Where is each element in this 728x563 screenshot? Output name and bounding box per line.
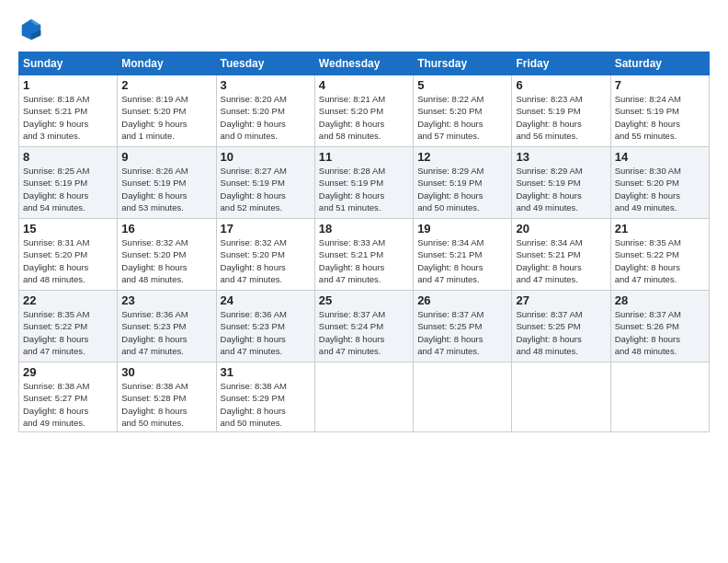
day-info: Sunrise: 8:36 AM Sunset: 5:23 PM Dayligh… <box>221 308 311 357</box>
day-number: 7 <box>615 78 705 92</box>
day-cell: 3Sunrise: 8:20 AM Sunset: 5:20 PM Daylig… <box>216 75 314 147</box>
day-info: Sunrise: 8:37 AM Sunset: 5:24 PM Dayligh… <box>319 308 409 357</box>
day-info: Sunrise: 8:35 AM Sunset: 5:22 PM Dayligh… <box>23 308 113 357</box>
weekday-tuesday: Tuesday <box>216 52 314 75</box>
day-cell <box>314 362 413 432</box>
day-cell: 22Sunrise: 8:35 AM Sunset: 5:22 PM Dayli… <box>19 291 118 362</box>
day-info: Sunrise: 8:32 AM Sunset: 5:20 PM Dayligh… <box>221 236 311 285</box>
day-cell: 18Sunrise: 8:33 AM Sunset: 5:21 PM Dayli… <box>314 219 413 291</box>
day-cell: 29Sunrise: 8:38 AM Sunset: 5:27 PM Dayli… <box>19 362 118 432</box>
day-info: Sunrise: 8:37 AM Sunset: 5:25 PM Dayligh… <box>417 308 507 357</box>
day-number: 25 <box>319 293 409 307</box>
logo-icon <box>18 17 44 42</box>
day-number: 20 <box>516 222 606 236</box>
day-info: Sunrise: 8:25 AM Sunset: 5:19 PM Dayligh… <box>23 165 113 213</box>
day-info: Sunrise: 8:31 AM Sunset: 5:20 PM Dayligh… <box>23 236 113 285</box>
day-number: 2 <box>121 78 211 92</box>
weekday-monday: Monday <box>118 52 216 75</box>
day-cell: 11Sunrise: 8:28 AM Sunset: 5:19 PM Dayli… <box>314 147 413 219</box>
day-number: 15 <box>23 222 113 236</box>
day-number: 5 <box>417 78 507 92</box>
day-cell <box>512 362 610 432</box>
day-cell: 10Sunrise: 8:27 AM Sunset: 5:19 PM Dayli… <box>216 147 314 219</box>
week-row-5: 29Sunrise: 8:38 AM Sunset: 5:27 PM Dayli… <box>19 362 710 432</box>
header <box>18 17 710 42</box>
day-cell: 25Sunrise: 8:37 AM Sunset: 5:24 PM Dayli… <box>314 291 413 362</box>
day-cell: 14Sunrise: 8:30 AM Sunset: 5:20 PM Dayli… <box>610 147 709 219</box>
week-row-3: 15Sunrise: 8:31 AM Sunset: 5:20 PM Dayli… <box>19 219 710 291</box>
day-cell: 19Sunrise: 8:34 AM Sunset: 5:21 PM Dayli… <box>414 219 512 291</box>
day-number: 28 <box>615 293 705 307</box>
page: SundayMondayTuesdayWednesdayThursdayFrid… <box>0 0 728 442</box>
day-cell: 8Sunrise: 8:25 AM Sunset: 5:19 PM Daylig… <box>19 147 118 219</box>
day-info: Sunrise: 8:32 AM Sunset: 5:20 PM Dayligh… <box>121 236 211 285</box>
day-cell: 13Sunrise: 8:29 AM Sunset: 5:19 PM Dayli… <box>512 147 610 219</box>
day-cell: 21Sunrise: 8:35 AM Sunset: 5:22 PM Dayli… <box>610 219 709 291</box>
day-number: 4 <box>319 78 409 92</box>
day-info: Sunrise: 8:34 AM Sunset: 5:21 PM Dayligh… <box>516 236 606 285</box>
week-row-2: 8Sunrise: 8:25 AM Sunset: 5:19 PM Daylig… <box>19 147 710 219</box>
day-number: 19 <box>417 222 507 236</box>
day-cell: 24Sunrise: 8:36 AM Sunset: 5:23 PM Dayli… <box>216 291 314 362</box>
day-cell: 27Sunrise: 8:37 AM Sunset: 5:25 PM Dayli… <box>512 291 610 362</box>
day-info: Sunrise: 8:38 AM Sunset: 5:29 PM Dayligh… <box>221 380 311 429</box>
day-number: 13 <box>516 150 606 164</box>
weekday-friday: Friday <box>512 52 610 75</box>
day-number: 14 <box>615 150 705 164</box>
day-number: 6 <box>516 78 606 92</box>
day-info: Sunrise: 8:22 AM Sunset: 5:20 PM Dayligh… <box>417 93 507 142</box>
day-cell: 12Sunrise: 8:29 AM Sunset: 5:19 PM Dayli… <box>414 147 512 219</box>
day-info: Sunrise: 8:33 AM Sunset: 5:21 PM Dayligh… <box>319 236 409 285</box>
day-cell: 1Sunrise: 8:18 AM Sunset: 5:21 PM Daylig… <box>19 75 118 147</box>
logo <box>18 17 48 42</box>
day-cell: 17Sunrise: 8:32 AM Sunset: 5:20 PM Dayli… <box>216 219 314 291</box>
day-cell: 15Sunrise: 8:31 AM Sunset: 5:20 PM Dayli… <box>19 219 118 291</box>
day-number: 29 <box>23 365 113 379</box>
weekday-saturday: Saturday <box>610 52 709 75</box>
day-number: 18 <box>319 222 409 236</box>
day-number: 3 <box>221 78 311 92</box>
day-cell: 31Sunrise: 8:38 AM Sunset: 5:29 PM Dayli… <box>216 362 314 432</box>
day-cell <box>414 362 512 432</box>
day-number: 27 <box>516 293 606 307</box>
day-info: Sunrise: 8:30 AM Sunset: 5:20 PM Dayligh… <box>615 165 705 213</box>
day-number: 26 <box>417 293 507 307</box>
day-number: 30 <box>121 365 211 379</box>
day-number: 31 <box>221 365 311 379</box>
day-cell: 16Sunrise: 8:32 AM Sunset: 5:20 PM Dayli… <box>118 219 216 291</box>
day-cell: 20Sunrise: 8:34 AM Sunset: 5:21 PM Dayli… <box>512 219 610 291</box>
day-info: Sunrise: 8:34 AM Sunset: 5:21 PM Dayligh… <box>417 236 507 285</box>
day-cell: 28Sunrise: 8:37 AM Sunset: 5:26 PM Dayli… <box>610 291 709 362</box>
day-cell: 5Sunrise: 8:22 AM Sunset: 5:20 PM Daylig… <box>414 75 512 147</box>
day-cell <box>610 362 709 432</box>
day-info: Sunrise: 8:37 AM Sunset: 5:26 PM Dayligh… <box>615 308 705 357</box>
weekday-thursday: Thursday <box>414 52 512 75</box>
day-cell: 2Sunrise: 8:19 AM Sunset: 5:20 PM Daylig… <box>118 75 216 147</box>
day-cell: 23Sunrise: 8:36 AM Sunset: 5:23 PM Dayli… <box>118 291 216 362</box>
weekday-header-row: SundayMondayTuesdayWednesdayThursdayFrid… <box>19 52 710 75</box>
week-row-1: 1Sunrise: 8:18 AM Sunset: 5:21 PM Daylig… <box>19 75 710 147</box>
day-info: Sunrise: 8:37 AM Sunset: 5:25 PM Dayligh… <box>516 308 606 357</box>
day-number: 24 <box>221 293 311 307</box>
day-info: Sunrise: 8:27 AM Sunset: 5:19 PM Dayligh… <box>221 165 311 213</box>
day-info: Sunrise: 8:35 AM Sunset: 5:22 PM Dayligh… <box>615 236 705 285</box>
day-number: 12 <box>417 150 507 164</box>
day-info: Sunrise: 8:38 AM Sunset: 5:27 PM Dayligh… <box>23 380 113 429</box>
day-number: 9 <box>121 150 211 164</box>
day-number: 11 <box>319 150 409 164</box>
day-info: Sunrise: 8:20 AM Sunset: 5:20 PM Dayligh… <box>221 93 311 142</box>
day-info: Sunrise: 8:28 AM Sunset: 5:19 PM Dayligh… <box>319 165 409 213</box>
day-number: 21 <box>615 222 705 236</box>
day-number: 22 <box>23 293 113 307</box>
day-info: Sunrise: 8:36 AM Sunset: 5:23 PM Dayligh… <box>121 308 211 357</box>
day-number: 16 <box>121 222 211 236</box>
day-info: Sunrise: 8:29 AM Sunset: 5:19 PM Dayligh… <box>417 165 507 213</box>
day-cell: 7Sunrise: 8:24 AM Sunset: 5:19 PM Daylig… <box>610 75 709 147</box>
weekday-sunday: Sunday <box>19 52 118 75</box>
day-info: Sunrise: 8:19 AM Sunset: 5:20 PM Dayligh… <box>121 93 211 142</box>
day-cell: 6Sunrise: 8:23 AM Sunset: 5:19 PM Daylig… <box>512 75 610 147</box>
day-info: Sunrise: 8:29 AM Sunset: 5:19 PM Dayligh… <box>516 165 606 213</box>
day-number: 10 <box>221 150 311 164</box>
day-cell: 9Sunrise: 8:26 AM Sunset: 5:19 PM Daylig… <box>118 147 216 219</box>
day-number: 23 <box>121 293 211 307</box>
